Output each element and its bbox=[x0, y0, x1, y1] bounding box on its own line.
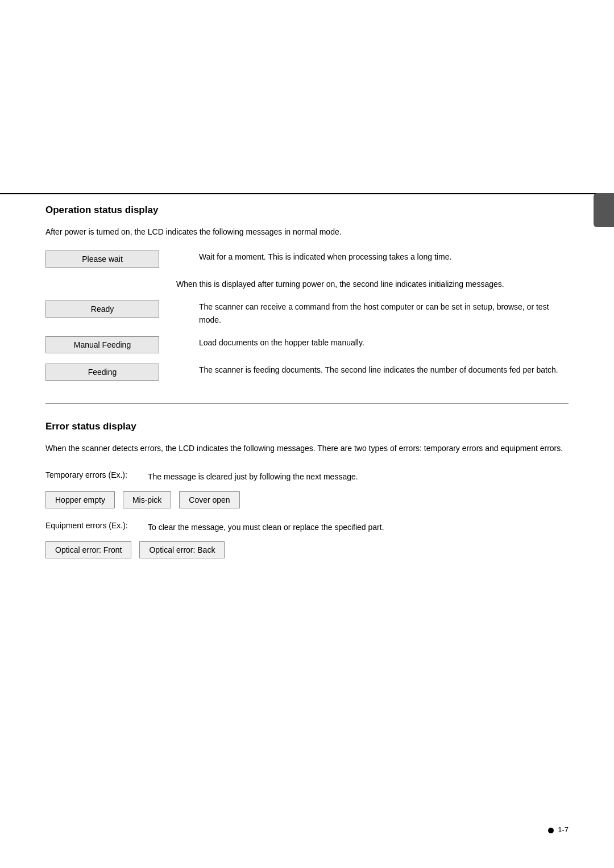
status-row-ready: Ready The scanner can receive a command … bbox=[45, 301, 569, 326]
middle-rule bbox=[45, 403, 569, 404]
please-wait-extra-text: When this is displayed after turning pow… bbox=[176, 278, 569, 290]
page: Operation status display After power is … bbox=[0, 0, 614, 868]
please-wait-extra-desc: When this is displayed after turning pow… bbox=[176, 278, 569, 290]
equipment-errors-label: Equipment errors (Ex.): bbox=[45, 518, 148, 530]
error-box-cover-open: Cover open bbox=[179, 491, 239, 508]
temporary-errors-label: Temporary errors (Ex.): bbox=[45, 467, 148, 479]
equipment-errors-desc: To clear the message, you must clean or … bbox=[148, 518, 569, 533]
temporary-error-boxes: Hopper empty Mis-pick Cover open bbox=[45, 491, 569, 508]
status-label-cell-please-wait: Please wait bbox=[45, 251, 176, 268]
status-box-manual-feeding: Manual Feeding bbox=[45, 336, 159, 353]
page-number-text: 1-7 bbox=[558, 825, 569, 834]
bullet-icon bbox=[548, 828, 554, 833]
status-row-feeding: Feeding The scanner is feeding documents… bbox=[45, 364, 569, 381]
temporary-errors-desc: The message is cleared just by following… bbox=[148, 467, 569, 483]
status-label-cell-manual-feeding: Manual Feeding bbox=[45, 336, 176, 353]
error-box-optical-back: Optical error: Back bbox=[139, 541, 225, 558]
temporary-errors-row: Temporary errors (Ex.): The message is c… bbox=[45, 467, 569, 483]
status-box-ready: Ready bbox=[45, 301, 159, 318]
status-row-manual-feeding: Manual Feeding Load documents on the hop… bbox=[45, 336, 569, 353]
status-desc-manual-feeding: Load documents on the hopper table manua… bbox=[199, 336, 569, 349]
operation-section: Operation status display After power is … bbox=[45, 205, 569, 381]
status-desc-ready: The scanner can receive a command from t… bbox=[199, 301, 569, 326]
status-label-cell-ready: Ready bbox=[45, 301, 176, 318]
equipment-errors-row: Equipment errors (Ex.): To clear the mes… bbox=[45, 518, 569, 533]
error-section-title: Error status display bbox=[45, 421, 569, 432]
tab-decoration bbox=[594, 193, 614, 227]
error-section: Error status display When the scanner de… bbox=[45, 421, 569, 558]
error-section-intro: When the scanner detects errors, the LCD… bbox=[45, 443, 569, 454]
status-label-cell-feeding: Feeding bbox=[45, 364, 176, 381]
status-desc-please-wait: Wait for a moment. This is indicated whe… bbox=[199, 251, 569, 263]
error-box-optical-front: Optical error: Front bbox=[45, 541, 131, 558]
top-rule bbox=[0, 193, 614, 194]
error-box-mis-pick: Mis-pick bbox=[123, 491, 171, 508]
error-box-hopper-empty: Hopper empty bbox=[45, 491, 115, 508]
equipment-error-boxes: Optical error: Front Optical error: Back bbox=[45, 541, 569, 558]
operation-section-intro: After power is turned on, the LCD indica… bbox=[45, 226, 569, 238]
status-row-please-wait: Please wait Wait for a moment. This is i… bbox=[45, 251, 569, 268]
status-box-please-wait: Please wait bbox=[45, 251, 159, 268]
page-number: 1-7 bbox=[548, 825, 569, 834]
operation-section-title: Operation status display bbox=[45, 205, 569, 216]
status-desc-feeding: The scanner is feeding documents. The se… bbox=[199, 364, 569, 376]
status-box-feeding: Feeding bbox=[45, 364, 159, 381]
